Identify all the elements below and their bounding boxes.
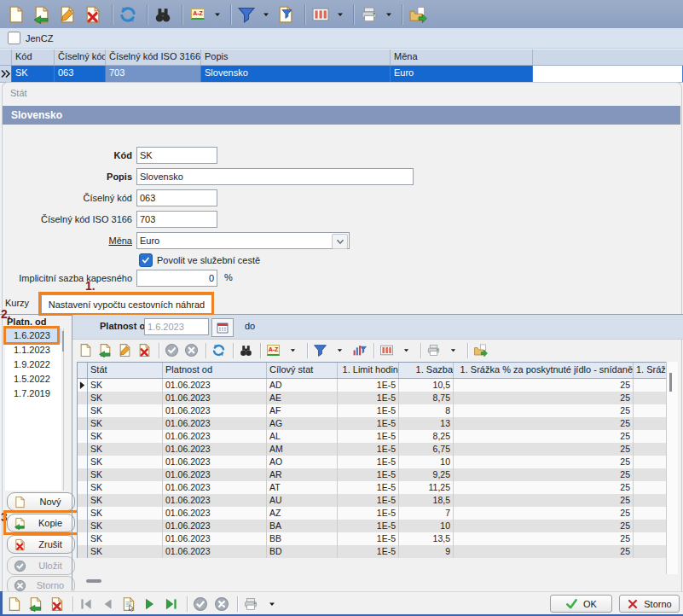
states-grid-selected-row[interactable]: SK 063 703 Slovensko Euro (0, 66, 683, 83)
next-record-button[interactable] (141, 595, 159, 613)
dates-scrollbar-handle[interactable] (62, 331, 64, 352)
bottom-apply-button[interactable] (191, 595, 210, 613)
new-record-button[interactable] (5, 3, 27, 26)
rates-vertical-scrollbar[interactable] (669, 373, 672, 392)
rates-edit-button[interactable] (116, 341, 134, 359)
date-item[interactable]: 1.9.2022 (5, 357, 61, 372)
export-button[interactable] (407, 3, 429, 26)
mena-combo[interactable]: Euro (136, 232, 350, 249)
rates-filter-dropdown[interactable] (331, 341, 349, 359)
rates-export-button[interactable] (472, 341, 489, 359)
rates-new-button[interactable] (77, 341, 95, 359)
column-header-stat[interactable]: Stát (88, 363, 163, 378)
bottom-delete-button[interactable] (48, 595, 67, 613)
rates-grid-row[interactable]: SK01.06.2023BD1E-5925 (78, 545, 667, 558)
column-header-limit-hodin[interactable]: 1. Limit hodin (338, 363, 399, 378)
prev-record-button[interactable] (98, 595, 117, 613)
filter-dropdown[interactable] (261, 3, 271, 26)
ok-button[interactable]: OK (550, 595, 612, 613)
rates-print-dropdown[interactable] (444, 341, 462, 359)
column-header-srazka-snidane[interactable]: 1. Srážka % za poskytnuté jídlo - snídan… (454, 363, 634, 378)
rates-copy-button[interactable] (96, 341, 114, 359)
calendar-button[interactable] (211, 318, 234, 337)
sazba-field[interactable]: 0 (136, 270, 217, 287)
rates-grid-row[interactable]: SK01.06.2023BB1E-513,525 (78, 532, 667, 545)
column-header-srazka-pos[interactable]: 1. Srážka % za pos (634, 363, 667, 378)
rates-columns-dropdown[interactable] (397, 341, 415, 359)
find-button[interactable] (152, 3, 174, 26)
iso-field[interactable]: 703 (136, 211, 217, 228)
filter-button[interactable] (235, 3, 258, 26)
rates-grid-row[interactable]: SK01.06.2023AD1E-510,525 (78, 379, 667, 392)
columns-button[interactable] (310, 3, 332, 26)
kopie-button[interactable]: Kopie (7, 514, 75, 532)
povolit-checkbox[interactable] (139, 253, 153, 267)
rates-columns-button[interactable] (378, 341, 396, 359)
date-item[interactable]: 1.5.2022 (5, 372, 61, 386)
rates-grid-row[interactable]: SK01.06.2023AZ1E-5725 (78, 507, 667, 520)
print-button[interactable] (358, 3, 380, 26)
sort-az-button[interactable]: A-Z (187, 3, 209, 26)
mena-dropdown-button[interactable] (332, 234, 348, 249)
rates-grid-row[interactable]: SK01.06.2023AF1E-5825 (78, 404, 667, 417)
refresh-button[interactable] (117, 3, 139, 26)
jencz-checkbox[interactable] (8, 32, 20, 44)
rates-grid-row[interactable]: SK01.06.2023AL1E-58,2525 (78, 430, 667, 443)
ulozit-button[interactable]: Uložit (7, 556, 75, 575)
column-header-kod[interactable]: Kód (12, 49, 55, 65)
platn-od-header[interactable]: Platn. od (7, 317, 46, 328)
rates-grid-row[interactable]: SK01.06.2023AM1E-56,7525 (78, 443, 667, 456)
rates-sort-az-button[interactable]: A-Z (264, 341, 282, 359)
column-header-popis[interactable]: Popis (201, 49, 391, 65)
edit-record-button[interactable] (56, 3, 78, 26)
rates-grid-row[interactable]: SK01.06.2023AG1E-51325 (78, 417, 667, 430)
bottom-print-dropdown[interactable] (263, 595, 281, 613)
rates-grid-row[interactable]: SK01.06.2023AO1E-51025 (78, 456, 667, 468)
column-header-platnost-od[interactable]: Platnost od (163, 363, 267, 378)
first-record-button[interactable] (77, 595, 96, 613)
tab-nastaveni-nahrad[interactable]: Nastavení vypočtu cestovních náhrad (41, 294, 212, 315)
filter-edit-button[interactable] (275, 3, 297, 26)
column-header-cilovy-stat[interactable]: Cílový stat (267, 363, 338, 378)
tab-kurzy[interactable]: Kurzy (5, 298, 29, 308)
columns-dropdown[interactable] (335, 3, 345, 26)
rates-grid-row[interactable]: SK01.06.2023AE1E-58,7525 (78, 392, 667, 404)
last-record-button[interactable] (162, 595, 181, 613)
rates-delete-button[interactable] (136, 341, 153, 359)
column-header-ciselny-kod[interactable]: Číselný kód (55, 49, 106, 65)
delete-record-button[interactable] (82, 3, 104, 26)
copy-record-button[interactable] (31, 3, 53, 26)
kod-field[interactable]: SK (136, 147, 217, 164)
platnost-od-field[interactable]: 1.6.2023 (144, 318, 209, 335)
column-header-iso[interactable]: Číselný kód ISO 3166 (106, 49, 201, 65)
rates-sort-az-dropdown[interactable] (284, 341, 302, 359)
column-header-sazba[interactable]: 1. Sazba (399, 363, 454, 378)
date-item-selected[interactable]: 1.6.2023 (5, 328, 61, 343)
rates-grid-row[interactable]: SK01.06.2023BA1E-51025 (78, 520, 667, 532)
rates-grid-row[interactable]: SK01.06.2023AU1E-518,525 (78, 494, 667, 507)
rates-refresh-button[interactable] (210, 341, 228, 359)
bottom-cancel-button[interactable] (212, 595, 231, 613)
bottom-copy-button[interactable] (26, 595, 45, 613)
rates-print-button[interactable] (425, 341, 443, 359)
rates-filter-chart-button[interactable] (350, 341, 368, 359)
bottom-print-button[interactable] (241, 595, 260, 613)
ciselny-kod-field[interactable]: 063 (136, 189, 217, 206)
print-dropdown[interactable] (384, 3, 394, 26)
rates-apply-button[interactable] (163, 341, 181, 359)
novy-button[interactable]: Nový (7, 492, 75, 511)
zrusit-button[interactable]: Zrušit (7, 535, 75, 554)
bottom-new-button[interactable] (5, 595, 24, 613)
date-item[interactable]: 1.7.2019 (5, 386, 61, 401)
mena-label-link[interactable]: Měna (4, 232, 132, 249)
date-item[interactable]: 1.1.2023 (5, 343, 61, 357)
rates-cancel-button[interactable] (182, 341, 200, 359)
storno-button[interactable]: Storno (619, 595, 680, 613)
record-view-button[interactable] (119, 595, 138, 613)
rates-find-button[interactable] (237, 341, 255, 359)
sort-az-dropdown[interactable] (212, 3, 223, 26)
rates-horizontal-scrollbar[interactable] (86, 579, 101, 583)
rates-filter-button[interactable] (311, 341, 329, 359)
rates-grid-row[interactable]: SK01.06.2023AT1E-511,2525 (78, 481, 667, 494)
column-header-mena[interactable]: Měna (391, 49, 533, 65)
